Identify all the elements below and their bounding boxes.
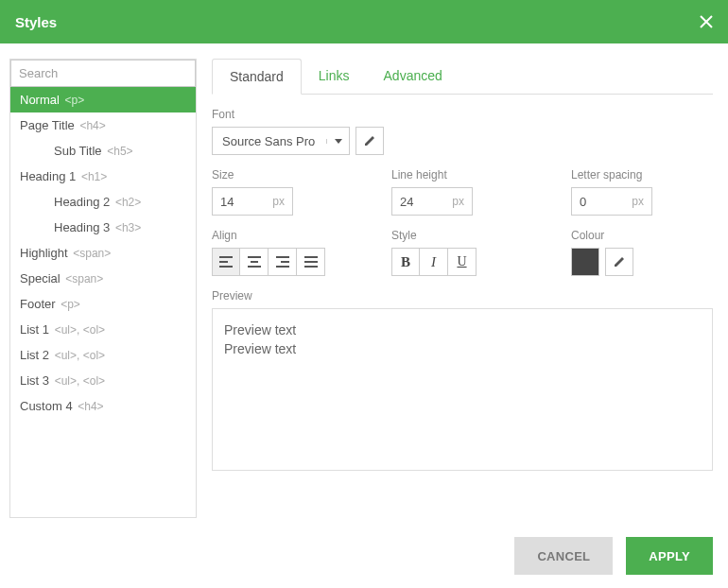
font-value: Source Sans Pro bbox=[213, 134, 326, 148]
style-item-label: Custom 4 bbox=[20, 399, 76, 413]
italic-icon: I bbox=[431, 254, 436, 270]
align-justify-icon bbox=[304, 256, 318, 268]
dialog-footer: CANCEL APPLY bbox=[514, 537, 713, 575]
style-item[interactable]: Custom 4 <h4> bbox=[10, 393, 196, 419]
style-item-label: List 2 bbox=[20, 348, 53, 362]
style-item[interactable]: List 3 <ul>, <ol> bbox=[10, 368, 196, 393]
edit-font-button[interactable] bbox=[355, 127, 384, 155]
style-item-tag: <h1> bbox=[81, 170, 107, 183]
font-select[interactable]: Source Sans Pro bbox=[212, 127, 350, 155]
align-group bbox=[212, 248, 354, 276]
dialog-title: Styles bbox=[15, 14, 57, 30]
style-item[interactable]: List 1 <ul>, <ol> bbox=[10, 317, 196, 342]
size-unit: px bbox=[272, 195, 292, 208]
lineheight-input[interactable]: px bbox=[391, 187, 473, 216]
style-label: Style bbox=[391, 229, 533, 242]
underline-button[interactable]: U bbox=[448, 248, 477, 276]
style-item[interactable]: Footer <p> bbox=[10, 291, 196, 317]
tab-links[interactable]: Links bbox=[302, 59, 367, 94]
preview-line-2: Preview text bbox=[224, 341, 701, 356]
style-item-tag: <h4> bbox=[78, 400, 103, 413]
size-field[interactable] bbox=[213, 195, 258, 209]
lineheight-label: Line height bbox=[391, 168, 533, 182]
align-right-icon bbox=[276, 256, 289, 268]
main-panel: StandardLinksAdvanced Font Source Sans P… bbox=[212, 59, 719, 518]
style-item[interactable]: Heading 1 <h1> bbox=[10, 164, 196, 189]
style-item-tag: <p> bbox=[65, 94, 85, 107]
align-center-button[interactable] bbox=[240, 248, 269, 276]
style-item-label: Special bbox=[20, 271, 63, 285]
titlebar: Styles bbox=[0, 0, 728, 43]
letterspacing-label: Letter spacing bbox=[571, 168, 713, 182]
lineheight-unit: px bbox=[452, 195, 472, 208]
style-item-label: List 3 bbox=[20, 373, 53, 388]
preview-box: Preview text Preview text bbox=[212, 308, 713, 471]
font-label: Font bbox=[212, 108, 713, 121]
bold-icon: B bbox=[401, 254, 410, 270]
tab-advanced[interactable]: Advanced bbox=[367, 59, 459, 94]
style-item-label: Heading 2 bbox=[54, 195, 113, 209]
style-item-tag: <span> bbox=[73, 247, 111, 260]
letterspacing-input[interactable]: px bbox=[571, 187, 652, 216]
pencil-icon bbox=[363, 134, 376, 147]
tabs: StandardLinksAdvanced bbox=[212, 59, 713, 95]
tab-standard[interactable]: Standard bbox=[212, 59, 302, 95]
style-item[interactable]: Highlight <span> bbox=[10, 240, 196, 266]
close-icon[interactable] bbox=[700, 15, 713, 28]
style-item-label: Page Title bbox=[20, 118, 78, 132]
underline-icon: U bbox=[457, 254, 466, 269]
eyedropper-icon bbox=[613, 255, 626, 268]
styles-dialog: Styles Normal <p>Page Title <h4>Sub Titl… bbox=[0, 0, 728, 588]
style-item[interactable]: Page Title <h4> bbox=[10, 112, 196, 138]
style-item-label: List 1 bbox=[20, 322, 53, 337]
style-item-tag: <ul>, <ol> bbox=[55, 374, 105, 388]
letterspacing-field[interactable] bbox=[572, 195, 617, 209]
cancel-button[interactable]: CANCEL bbox=[514, 537, 613, 575]
search-input[interactable] bbox=[10, 60, 196, 87]
apply-button[interactable]: APPLY bbox=[626, 537, 713, 575]
size-input[interactable]: px bbox=[212, 187, 293, 216]
style-item-label: Heading 3 bbox=[54, 220, 113, 234]
colour-label: Colour bbox=[571, 229, 713, 242]
align-justify-button[interactable] bbox=[297, 248, 325, 276]
style-item[interactable]: Heading 3 <h3> bbox=[10, 215, 196, 240]
style-item-tag: <h2> bbox=[115, 196, 141, 209]
style-item[interactable]: Sub Title <h5> bbox=[10, 138, 196, 164]
style-item[interactable]: Special <span> bbox=[10, 266, 196, 291]
style-group: B I U bbox=[391, 248, 533, 276]
dialog-body: Normal <p>Page Title <h4>Sub Title <h5>H… bbox=[0, 43, 728, 518]
styles-sidebar: Normal <p>Page Title <h4>Sub Title <h5>H… bbox=[9, 59, 197, 518]
italic-button[interactable]: I bbox=[420, 248, 448, 276]
style-item-tag: <ul>, <ol> bbox=[55, 323, 105, 337]
style-item-label: Footer bbox=[20, 297, 59, 311]
style-item-tag: <p> bbox=[61, 298, 80, 311]
style-item[interactable]: List 2 <ul>, <ol> bbox=[10, 342, 196, 368]
style-item-tag: <span> bbox=[65, 272, 103, 285]
colour-picker-button[interactable] bbox=[605, 248, 633, 276]
align-label: Align bbox=[212, 229, 354, 242]
size-label: Size bbox=[212, 168, 354, 182]
style-item-label: Normal bbox=[20, 93, 63, 107]
style-item[interactable]: Heading 2 <h2> bbox=[10, 189, 196, 215]
chevron-down-icon[interactable] bbox=[326, 139, 349, 144]
bold-button[interactable]: B bbox=[391, 248, 420, 276]
style-item[interactable]: Normal <p> bbox=[10, 87, 196, 112]
style-item-tag: <h5> bbox=[107, 145, 132, 158]
align-right-button[interactable] bbox=[269, 248, 297, 276]
style-item-label: Sub Title bbox=[54, 144, 105, 158]
style-item-tag: <h3> bbox=[115, 221, 141, 234]
style-item-tag: <h4> bbox=[79, 119, 105, 132]
styles-list: Normal <p>Page Title <h4>Sub Title <h5>H… bbox=[10, 87, 196, 419]
align-center-icon bbox=[248, 256, 261, 268]
lineheight-field[interactable] bbox=[392, 195, 438, 209]
align-left-button[interactable] bbox=[212, 248, 240, 276]
style-item-label: Highlight bbox=[20, 246, 71, 260]
letterspacing-unit: px bbox=[632, 195, 651, 208]
preview-label: Preview bbox=[212, 289, 713, 303]
align-left-icon bbox=[219, 256, 233, 268]
style-item-tag: <ul>, <ol> bbox=[55, 349, 105, 362]
preview-line-1: Preview text bbox=[224, 322, 701, 337]
colour-swatch[interactable] bbox=[571, 248, 599, 276]
style-item-label: Heading 1 bbox=[20, 169, 79, 183]
